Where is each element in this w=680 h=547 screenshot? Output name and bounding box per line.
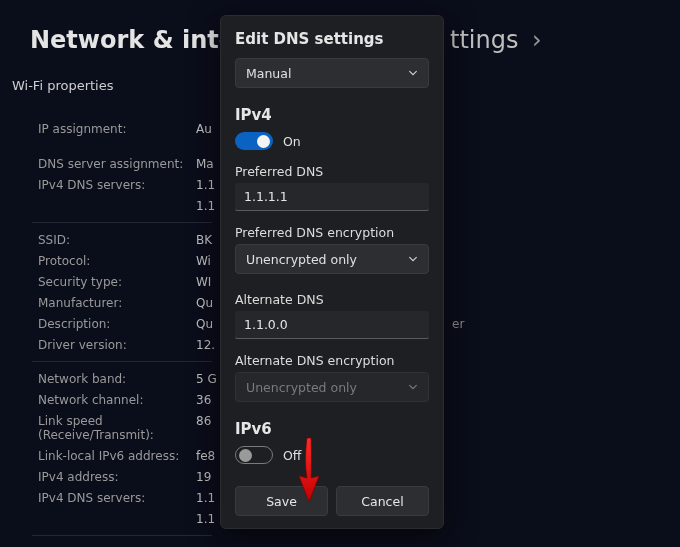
prop-value: Qu [196,296,213,310]
preferred-dns-input[interactable] [235,183,429,211]
alternate-encryption-label: Alternate DNS encryption [235,353,429,368]
prop-value: 86 [196,414,211,442]
preferred-encryption-label: Preferred DNS encryption [235,225,429,240]
alternate-encryption-dropdown[interactable]: Unencrypted only [235,372,429,402]
prop-label: IPv4 DNS servers: [38,178,196,192]
prop-value: 1.1 [196,178,215,192]
prop-label: Driver version: [38,338,196,352]
prop-value: 1.1 [196,491,215,505]
prop-value: 12. [196,338,215,352]
ipv4-heading: IPv4 [235,106,429,124]
prop-value: Qu [196,317,213,331]
ipv6-heading: IPv6 [235,420,429,438]
prop-value: 19 [196,470,211,484]
prop-value: 1.1 [196,512,215,526]
edit-dns-dialog: Edit DNS settings Manual IPv4 On Preferr… [220,15,444,529]
preferred-dns-label: Preferred DNS [235,164,429,179]
prop-label: DNS server assignment: [38,157,196,171]
prop-label [38,199,196,213]
prop-value: WI [196,275,211,289]
divider [32,361,212,362]
prop-label: Network channel: [38,393,196,407]
prop-label: Security type: [38,275,196,289]
dialog-title: Edit DNS settings [235,30,429,48]
dropdown-value: Manual [246,66,291,81]
ipv6-toggle-label: Off [283,448,301,463]
prop-value: Ma [196,157,214,171]
chevron-down-icon [408,68,418,78]
ipv6-toggle[interactable] [235,446,273,464]
cancel-button[interactable]: Cancel [336,486,429,516]
dropdown-value: Unencrypted only [246,252,357,267]
prop-value: fe8 [196,449,215,463]
prop-label: IPv4 DNS servers: [38,491,196,505]
prop-label: Link speed (Receive/Transmit): [38,414,196,442]
alternate-dns-input[interactable] [235,311,429,339]
prop-value: er [452,317,464,331]
breadcrumb-tail-text: ttings [450,26,518,54]
chevron-down-icon [408,382,418,392]
prop-label: Network band: [38,372,196,386]
prop-value: 5 G [196,372,217,386]
prop-label: IP assignment: [38,122,196,136]
prop-label: SSID: [38,233,196,247]
save-button[interactable]: Save [235,486,328,516]
prop-value: Au [196,122,212,136]
page-breadcrumb-tail: ttings › [450,26,542,54]
prop-label [38,512,196,526]
page-subtitle: Wi-Fi properties [12,78,114,93]
divider [32,222,212,223]
preferred-encryption-dropdown[interactable]: Unencrypted only [235,244,429,274]
dropdown-value: Unencrypted only [246,380,357,395]
ipv4-toggle[interactable] [235,132,273,150]
prop-label: Protocol: [38,254,196,268]
props-group-4: Physical address (MAC):F0 [38,542,660,547]
prop-label: Manufacturer: [38,296,196,310]
alternate-dns-label: Alternate DNS [235,292,429,307]
ipv4-toggle-label: On [283,134,301,149]
prop-label: Description: [38,317,196,331]
divider [32,535,212,536]
prop-value: 36 [196,393,211,407]
prop-label: Link-local IPv6 address: [38,449,196,463]
prop-value: BK [196,233,212,247]
prop-value: 1.1 [196,199,215,213]
dns-mode-dropdown[interactable]: Manual [235,58,429,88]
prop-label: IPv4 address: [38,470,196,484]
prop-value: Wi [196,254,211,268]
chevron-right-icon: › [532,26,542,54]
chevron-down-icon [408,254,418,264]
